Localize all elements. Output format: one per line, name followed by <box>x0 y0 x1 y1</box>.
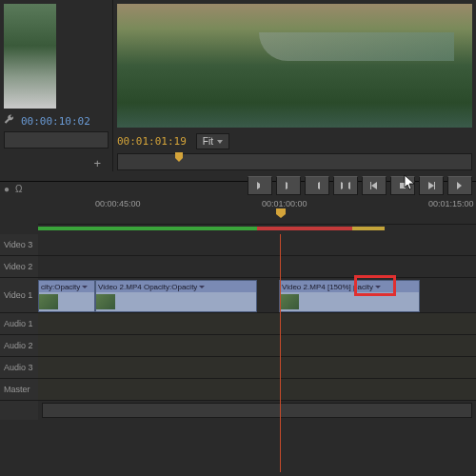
program-panel: 00:01:01:19 Fit Play-Stop Togg <box>113 0 476 171</box>
mini-playhead-icon[interactable] <box>175 152 183 162</box>
track-header-audio1[interactable]: Audio 1 <box>0 313 38 335</box>
track-headers: Video 3 Video 2 Video 1 Audio 1 Audio 2 … <box>0 234 38 420</box>
clip-name-label: Video 2.MP4 <box>282 283 326 291</box>
ruler-tick: 00:01:15:00 <box>428 199 474 208</box>
horizontal-scrollbar[interactable] <box>42 403 472 418</box>
annotation-highlight <box>354 275 396 296</box>
lane-master[interactable] <box>38 379 476 401</box>
mark-clip-button[interactable] <box>333 176 358 195</box>
step-forward-button[interactable] <box>419 176 444 195</box>
source-monitor[interactable] <box>4 4 56 109</box>
clip-fx-label: city:Opacity <box>41 283 80 291</box>
playhead-line[interactable] <box>280 234 281 472</box>
ruler-tick: 00:01:00:00 <box>262 199 307 208</box>
track-header-master[interactable]: Master <box>0 379 38 401</box>
cursor-icon <box>404 174 417 191</box>
track-header-video1[interactable]: Video 1 <box>0 278 38 313</box>
fit-label: Fit <box>203 136 213 147</box>
clip-name-label: Video 2.MP4 <box>98 283 142 291</box>
program-monitor[interactable] <box>117 4 472 128</box>
track-lanes: city:Opacity Video 2.MP4 Opacity:Opacity… <box>38 234 476 420</box>
timeline-panel: ● Ω 00:00:45:00 00:01:00:00 00:01:15:00 … <box>0 181 476 420</box>
source-timecode[interactable]: 00:00:10:02 <box>21 115 90 128</box>
eye-icon[interactable]: ● <box>4 184 10 194</box>
lane-audio1[interactable] <box>38 313 476 335</box>
track-header-video2[interactable]: Video 2 <box>0 256 38 278</box>
track-header-audio3[interactable]: Audio 3 <box>0 357 38 379</box>
track-header-audio2[interactable]: Audio 2 <box>0 335 38 357</box>
chevron-down-icon <box>199 286 205 288</box>
work-area-bar[interactable] <box>38 225 476 234</box>
clip-2[interactable]: Video 2.MP4 Opacity:Opacity <box>95 280 257 312</box>
ruler-tick: 00:00:45:00 <box>95 199 141 208</box>
plus-icon[interactable]: + <box>93 156 101 170</box>
lane-video2[interactable] <box>38 256 476 278</box>
program-mini-timeline[interactable] <box>117 153 472 170</box>
set-out-button[interactable] <box>305 176 329 195</box>
step-back-button[interactable] <box>362 176 387 195</box>
mark-in-button[interactable] <box>248 176 272 195</box>
render-bar-red <box>257 227 352 230</box>
snap-icon[interactable]: Ω <box>15 184 22 194</box>
zoom-fit-dropdown[interactable]: Fit <box>196 133 229 149</box>
lane-video3[interactable] <box>38 234 476 256</box>
lane-audio2[interactable] <box>38 335 476 357</box>
lane-video1[interactable]: city:Opacity Video 2.MP4 Opacity:Opacity… <box>38 278 476 313</box>
chevron-down-icon <box>217 140 223 144</box>
source-mini-timeline[interactable] <box>4 131 109 149</box>
chevron-down-icon <box>82 286 88 288</box>
clip-speed-label: [150%] <box>327 283 351 291</box>
render-bar-yellow <box>352 227 385 230</box>
wrench-icon[interactable] <box>4 114 15 128</box>
track-header-video3[interactable]: Video 3 <box>0 234 38 256</box>
clip-fx-label: Opacity:Opacity <box>144 283 197 291</box>
lane-audio3[interactable] <box>38 357 476 379</box>
render-bar-green <box>38 227 257 230</box>
next-button[interactable] <box>447 176 472 195</box>
program-timecode[interactable]: 00:01:01:19 <box>117 135 187 148</box>
clip-thumbnail <box>39 294 58 309</box>
source-panel: 00:00:10:02 + <box>0 0 113 171</box>
set-in-button[interactable] <box>276 176 301 195</box>
playhead-icon[interactable] <box>276 208 286 218</box>
clip-1[interactable]: city:Opacity <box>38 280 95 312</box>
clip-thumbnail <box>280 294 299 309</box>
clip-3[interactable]: Video 2.MP4 [150%] pacity <box>279 280 420 312</box>
clip-thumbnail <box>96 294 115 309</box>
time-ruler[interactable]: 00:00:45:00 00:01:00:00 00:01:15:00 <box>38 195 476 225</box>
